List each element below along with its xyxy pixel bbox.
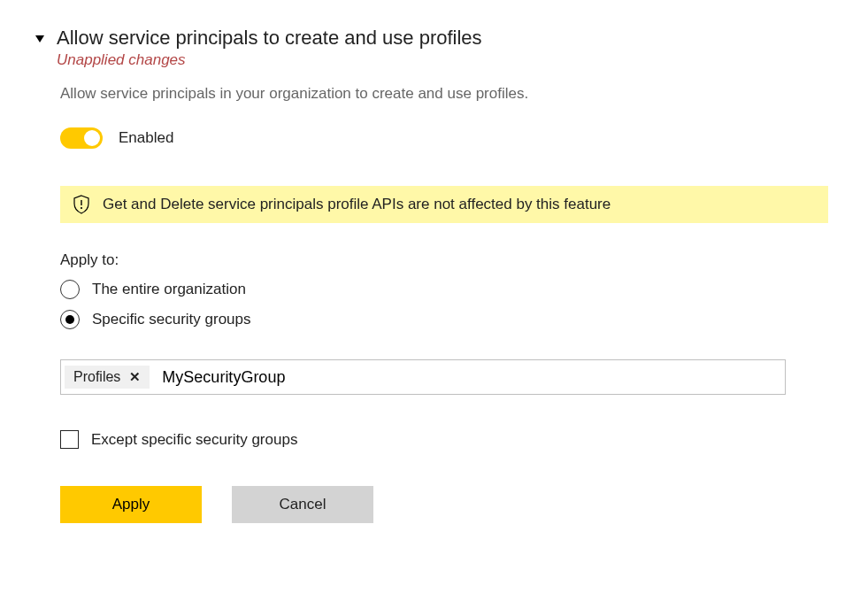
toggle-knob xyxy=(84,130,100,146)
group-text-input[interactable] xyxy=(160,367,781,388)
enabled-toggle[interactable] xyxy=(60,127,103,149)
enabled-toggle-label: Enabled xyxy=(119,129,173,147)
info-banner: Get and Delete service principals profil… xyxy=(60,186,828,223)
radio-specific-security-groups[interactable]: Specific security groups xyxy=(60,310,828,329)
radio-label: The entire organization xyxy=(92,281,246,298)
apply-to-label: Apply to: xyxy=(60,251,828,269)
radio-icon xyxy=(60,280,80,299)
radio-icon xyxy=(60,310,80,329)
cancel-button[interactable]: Cancel xyxy=(232,486,373,523)
radio-entire-organization[interactable]: The entire organization xyxy=(60,280,828,299)
section-header: Allow service principals to create and u… xyxy=(57,27,482,69)
radio-label: Specific security groups xyxy=(92,311,251,328)
remove-chip-icon[interactable]: ✕ xyxy=(129,369,141,385)
except-groups-label: Except specific security groups xyxy=(91,431,297,449)
except-groups-checkbox[interactable]: Except specific security groups xyxy=(60,430,828,449)
collapse-icon[interactable] xyxy=(35,35,44,42)
svg-point-1 xyxy=(81,207,82,209)
security-groups-input[interactable]: Profiles ✕ xyxy=(60,359,786,395)
info-banner-text: Get and Delete service principals profil… xyxy=(103,196,611,213)
group-chip: Profiles ✕ xyxy=(65,366,150,389)
section-title: Allow service principals to create and u… xyxy=(57,27,482,50)
unapplied-changes-label: Unapplied changes xyxy=(57,51,482,69)
shield-alert-icon xyxy=(73,195,90,214)
checkbox-icon xyxy=(60,430,79,449)
section-description: Allow service principals in your organiz… xyxy=(60,85,828,103)
apply-button[interactable]: Apply xyxy=(60,486,202,523)
group-chip-label: Profiles xyxy=(73,369,120,385)
